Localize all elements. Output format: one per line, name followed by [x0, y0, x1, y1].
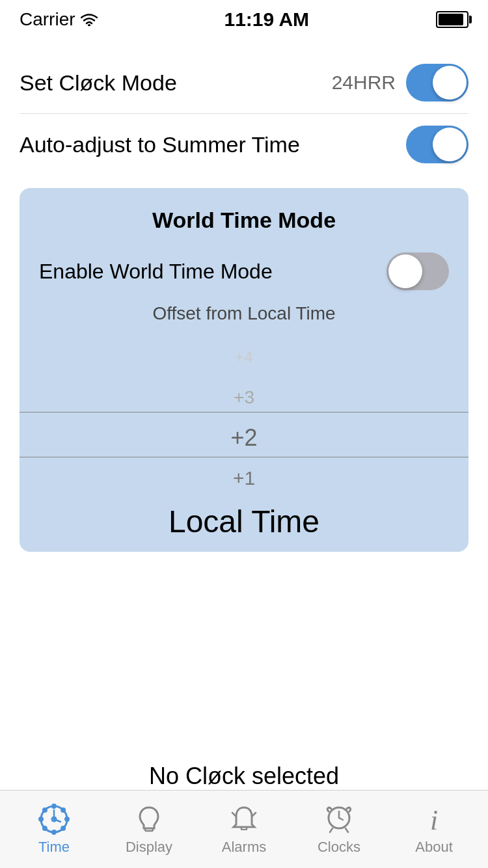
enable-world-time-toggle[interactable] [386, 252, 449, 290]
svg-line-24 [330, 828, 332, 832]
tab-clocks-label: Clocks [318, 839, 360, 856]
auto-adjust-toggle[interactable] [406, 126, 468, 163]
enable-world-time-label: Enable World Time Mode [39, 260, 273, 284]
picker-item-selected: Local Time [20, 498, 468, 539]
picker-item: +4 [20, 337, 468, 377]
tab-about[interactable]: i About [386, 804, 481, 856]
clock-mode-value: 24HRR [332, 72, 396, 94]
tab-time[interactable]: Time [7, 804, 102, 856]
enable-world-time-knob [388, 254, 422, 288]
offset-label: Offset from Local Time [20, 303, 468, 324]
display-icon [133, 804, 165, 835]
status-time: 11:19 AM [224, 8, 309, 31]
clock-mode-label: Set Cløck Mode [20, 70, 177, 96]
clock-mode-right: 24HRR [332, 64, 468, 102]
world-time-title: World Time Mode [20, 201, 468, 246]
tab-display[interactable]: Display [102, 804, 197, 856]
offset-picker[interactable]: +4 +3 +2 +1 Local Time −1 −2 −3 −4 [20, 331, 468, 539]
svg-line-25 [346, 828, 348, 832]
tab-about-label: About [415, 839, 453, 856]
enable-world-time-row: Enable World Time Mode [20, 246, 468, 303]
wifi-icon [81, 13, 98, 26]
auto-adjust-knob [433, 128, 467, 161]
clock-mode-toggle[interactable] [406, 64, 468, 102]
tab-alarms[interactable]: Alarms [197, 804, 291, 856]
auto-adjust-label: Auto-adjust to Summer Time [20, 132, 300, 157]
clock-mode-row: Set Cløck Mode 24HRR [20, 52, 468, 114]
picker-item: +1 [20, 458, 468, 498]
toggle-knob [433, 66, 467, 100]
tab-clocks[interactable]: Clocks [291, 804, 386, 856]
clocks-icon [323, 804, 355, 835]
tab-alarms-label: Alarms [222, 839, 266, 856]
time-icon [38, 804, 70, 835]
picker-highlight [20, 412, 468, 457]
status-bar: Carrier 11:19 AM [0, 0, 488, 39]
settings-area: Set Cløck Mode 24HRR Auto-adjust to Summ… [0, 39, 488, 188]
no-clock-text: No Cløck selected [0, 763, 488, 790]
battery-icon [436, 11, 468, 28]
svg-point-0 [88, 24, 90, 26]
tab-display-label: Display [126, 839, 172, 856]
svg-line-23 [339, 818, 343, 820]
about-icon: i [418, 804, 450, 835]
alarms-icon [228, 804, 260, 835]
tab-time-label: Time [38, 839, 70, 856]
tab-bar: Time Display [0, 790, 488, 868]
svg-text:i: i [430, 804, 438, 835]
world-time-panel: World Time Mode Enable World Time Mode O… [20, 188, 468, 552]
auto-adjust-row: Auto-adjust to Summer Time [20, 114, 468, 175]
carrier-text: Carrier [20, 9, 98, 30]
